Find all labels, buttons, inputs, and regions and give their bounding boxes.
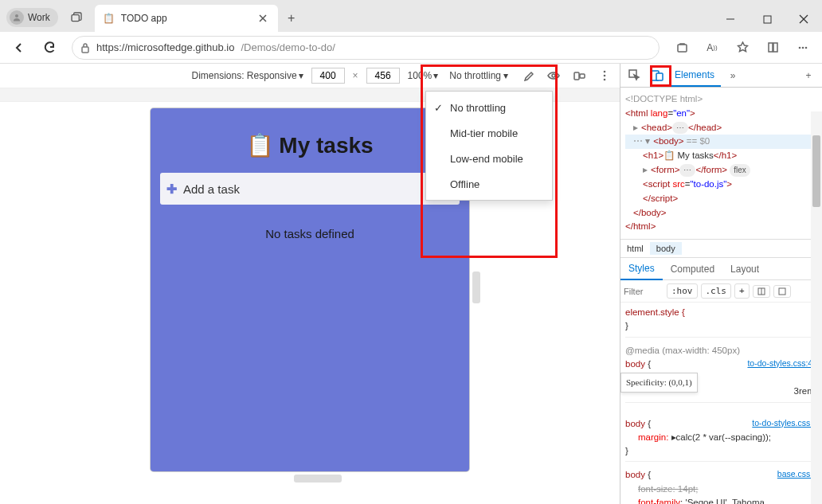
src-link-2[interactable]: to-do-styles.css:1 [752, 417, 817, 430]
specificity-tooltip: Specificity: (0,0,1) [620, 373, 698, 393]
empty-state: No tasks defined [160, 227, 460, 240]
workspaces-icon[interactable] [65, 3, 88, 32]
url-path: /Demos/demo-to-do/ [241, 41, 335, 53]
resize-handle-right[interactable] [472, 272, 480, 303]
more-tabs-icon[interactable]: » [722, 65, 743, 86]
scrollbar-thumb[interactable] [812, 135, 820, 207]
styles-filter-input[interactable] [624, 287, 663, 296]
profile-label: Work [28, 12, 50, 23]
address-bar[interactable]: https://microsoftedge.github.io/Demos/de… [72, 36, 660, 60]
toggle-visibility-icon[interactable] [545, 67, 562, 84]
window-controls [712, 6, 822, 32]
svg-rect-1 [72, 15, 79, 21]
favorite-icon[interactable] [728, 35, 757, 61]
toolbar: https://microsoftedge.github.io/Demos/de… [0, 32, 822, 64]
cls-toggle[interactable]: .cls [701, 283, 732, 299]
page-title: 📋My tasks [160, 132, 460, 158]
breadcrumb: html body [620, 239, 822, 258]
add-task-placeholder: Add a task [183, 182, 429, 196]
back-button[interactable] [5, 35, 33, 61]
svg-point-10 [552, 74, 555, 77]
read-aloud-icon[interactable]: A)) [698, 35, 726, 61]
url-host: https://microsoftedge.github.io [96, 41, 234, 53]
styles-tabs: Styles Computed Layout » [620, 258, 822, 280]
tab-computed[interactable]: Computed [663, 259, 722, 279]
tab-title: TODO app [121, 13, 167, 24]
svg-point-13 [604, 71, 606, 73]
minimize-button[interactable] [712, 6, 749, 32]
svg-rect-12 [580, 74, 585, 78]
new-tab-button[interactable]: + [278, 5, 305, 32]
tab-styles[interactable]: Styles [620, 258, 663, 280]
dom-tree[interactable]: <!DOCTYPE html> <html lang="en"> ▸<head>… [620, 88, 822, 239]
title-emoji-icon: 📋 [246, 133, 274, 158]
svg-rect-18 [656, 73, 663, 80]
throttling-dropdown[interactable]: No throttling ▾ [446, 68, 511, 83]
throttle-option-offline[interactable]: Offline [426, 171, 552, 197]
computed-sidebar-icon[interactable] [753, 285, 770, 298]
lock-icon [80, 42, 90, 53]
tab-elements[interactable]: Elements [668, 64, 721, 87]
refresh-button[interactable] [35, 35, 64, 61]
throttling-menu: No throttling Mid-tier mobile Low-end mo… [425, 91, 553, 201]
resize-handle-bottom[interactable] [294, 475, 342, 483]
add-task-row[interactable]: ✚ Add a task ➜ [160, 173, 460, 205]
tab-close-icon[interactable] [256, 11, 270, 25]
svg-rect-2 [764, 16, 771, 23]
app-available-icon[interactable] [667, 35, 696, 61]
svg-rect-4 [678, 45, 687, 52]
devtools-panel: Elements » + <!DOCTYPE html> <html lang=… [620, 64, 822, 504]
devtools-tabs: Elements » + [620, 64, 822, 88]
svg-point-9 [805, 46, 808, 49]
avatar-icon [10, 10, 24, 25]
zoom-dropdown[interactable]: 100% ▾ [408, 70, 439, 81]
svg-rect-5 [769, 43, 773, 52]
svg-point-14 [604, 75, 606, 77]
crumb-html[interactable]: html [620, 242, 650, 255]
emulated-viewport: 📋My tasks ✚ Add a task ➜ No tasks define… [151, 108, 469, 471]
svg-rect-11 [574, 72, 579, 80]
svg-rect-20 [779, 288, 785, 295]
svg-point-7 [799, 46, 801, 49]
svg-rect-6 [773, 43, 777, 52]
height-input[interactable] [366, 68, 400, 84]
plus-icon: ✚ [166, 182, 177, 197]
styles-rules[interactable]: element.style { } @media (max-width: 450… [620, 303, 822, 504]
add-tab-icon[interactable]: + [798, 65, 819, 86]
styles-filter-row: :hov .cls + [620, 280, 822, 303]
rotate-icon[interactable] [570, 67, 588, 84]
inspect-icon[interactable] [624, 65, 644, 86]
tab-layout[interactable]: Layout [722, 259, 767, 279]
browser-tab[interactable]: 📋 TODO app [95, 5, 278, 32]
svg-point-8 [802, 46, 804, 49]
viewport-area: Dimensions: Responsive ▾ × 100% ▾ No thr… [0, 64, 620, 504]
eyedropper-icon[interactable] [519, 67, 537, 84]
tab-favicon: 📋 [103, 13, 115, 24]
hov-toggle[interactable]: :hov [667, 283, 698, 299]
close-button[interactable] [785, 6, 822, 32]
throttle-option-lowend[interactable]: Low-end mobile [426, 146, 552, 171]
device-toggle-icon[interactable] [646, 65, 667, 86]
svg-point-15 [604, 79, 606, 81]
new-rule-icon[interactable]: + [734, 283, 750, 299]
throttle-option-midtier[interactable]: Mid-tier mobile [426, 120, 552, 146]
dim-separator: × [353, 70, 358, 81]
dimensions-dropdown[interactable]: Dimensions: Responsive ▾ [192, 70, 303, 81]
maximize-button[interactable] [749, 6, 785, 32]
more-options-icon[interactable] [596, 67, 613, 84]
dom-doctype: <!DOCTYPE html> [625, 92, 817, 107]
throttle-option-none[interactable]: No throttling [426, 95, 552, 120]
titlebar: Work 📋 TODO app + [0, 0, 822, 32]
src-link-1[interactable]: to-do-styles.css:40 [747, 357, 817, 370]
profile-chip[interactable]: Work [6, 8, 58, 27]
settings-menu-icon[interactable] [789, 35, 817, 61]
crumb-body[interactable]: body [650, 242, 682, 255]
svg-rect-3 [82, 47, 88, 53]
device-toolbar: Dimensions: Responsive ▾ × 100% ▾ No thr… [0, 64, 620, 88]
svg-point-0 [15, 14, 18, 18]
collections-icon[interactable] [758, 35, 787, 61]
rendering-icon[interactable] [773, 285, 791, 298]
width-input[interactable] [311, 68, 345, 84]
